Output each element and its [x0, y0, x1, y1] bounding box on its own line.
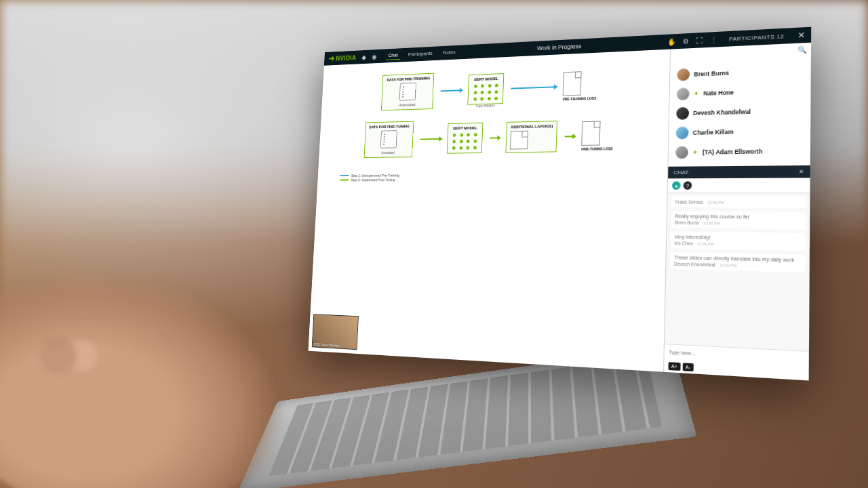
document-stack-icon — [380, 130, 397, 148]
chat-message: Really enjoying this course so far Brent… — [671, 211, 806, 229]
pretraining-row: DATA FOR PRE-TRAINING Unannotated BERT M… — [381, 66, 597, 110]
arrow-icon — [420, 138, 440, 140]
legend-swatch-blue — [340, 175, 349, 176]
finetune-loss-block: FINE-TUNING LOSS — [581, 121, 614, 151]
avatar — [676, 127, 689, 140]
gear-icon[interactable]: ⚙ — [683, 37, 689, 45]
legend-swatch-green — [340, 180, 349, 180]
chat-filter-all-icon[interactable]: ● — [672, 181, 681, 189]
font-decrease-button[interactable]: A- — [682, 363, 693, 371]
fullscreen-icon[interactable]: ⛶ — [696, 37, 704, 45]
finetuning-row: DATA FOR FINE-TUNING Annotated BERT MODE… — [363, 116, 614, 158]
bert-model-block-1: BERT MODEL Copy Weights — [468, 73, 505, 105]
status-badge-icon: ✦ — [692, 149, 698, 155]
document-icon — [563, 71, 582, 96]
additional-layers-block: ADDITIONAL LAYER(S) — [505, 121, 557, 152]
pretrain-loss-block: PRE-TRAINING LOSS — [563, 70, 597, 101]
document-stack-icon — [399, 83, 416, 101]
nvidia-icon — [329, 56, 335, 62]
arrow-icon — [511, 86, 555, 89]
arrow-icon — [490, 137, 498, 138]
diagram-legend: Step 1: Unsupervised Pre-Training Step 2… — [340, 173, 399, 182]
pretrain-data-block: DATA FOR PRE-TRAINING Unannotated — [381, 73, 434, 111]
neural-net-icon — [472, 83, 500, 102]
chat-filter-help-icon[interactable]: ? — [684, 181, 692, 190]
chat-header: CHAT ✕ — [668, 165, 810, 178]
app-window: NVIDIA ◆ ◉ Chat Participants Notes Work … — [308, 27, 811, 381]
participant-row[interactable]: Charlie Killam — [669, 120, 810, 142]
avatar — [675, 146, 688, 159]
brand-text: NVIDIA — [336, 54, 357, 62]
more-icon[interactable]: ⋮ — [710, 35, 717, 43]
body: DATA FOR PRE-TRAINING Unannotated BERT M… — [308, 43, 811, 381]
participant-row[interactable]: ✦ (TA) Adam Ellsworth — [669, 140, 810, 162]
presenter-name: (INS) Dana Sheahen — [313, 342, 340, 348]
font-increase-button[interactable]: A+ — [668, 362, 680, 371]
topbar-tabs: Chat Participants Notes — [386, 48, 458, 60]
avatar — [677, 68, 690, 81]
participants-label: PARTICIPANTS 12 — [729, 33, 784, 42]
chat-message: Frank Grimes 12:56 PM — [671, 196, 805, 208]
document-icon — [581, 121, 600, 145]
ambient-hands — [0, 258, 298, 488]
presenter-icon[interactable]: ◉ — [372, 53, 377, 60]
chat-message: These slides can directly translate into… — [671, 252, 806, 272]
layers-icon — [510, 131, 528, 150]
chat-messages: Frank Grimes 12:56 PM Really enjoying th… — [665, 193, 810, 351]
chat-close-icon[interactable]: ✕ — [799, 168, 804, 175]
presenter-video-thumbnail[interactable]: (INS) Dana Sheahen — [312, 314, 359, 350]
raise-hand-icon[interactable]: ✋ — [668, 38, 676, 46]
participant-row[interactable]: Devesh Khandelwal — [669, 100, 811, 124]
chat-filter-row: ● ? — [668, 178, 810, 193]
search-icon: 🔍 — [797, 45, 806, 54]
avatar — [676, 107, 689, 120]
participants-list: Brent Burns ✦ Nate Hone Devesh Khandelwa… — [668, 56, 810, 167]
tab-chat[interactable]: Chat — [386, 51, 401, 60]
sidebar: 🔍 Brent Burns ✦ Nate Hone Devesh Khandel… — [663, 43, 811, 381]
arrow-icon — [565, 136, 574, 137]
bert-diagram: DATA FOR PRE-TRAINING Unannotated BERT M… — [323, 63, 663, 182]
bert-model-block-2: BERT MODEL — [447, 123, 484, 154]
chat-message: Very interesting! Iris Chen 12:59 PM — [671, 231, 805, 251]
finetune-data-block: DATA FOR FINE-TUNING Annotated — [363, 121, 414, 158]
status-badge-icon: ✦ — [694, 91, 699, 96]
tab-notes[interactable]: Notes — [441, 48, 458, 58]
avatar — [677, 87, 690, 100]
brand-logo: NVIDIA — [329, 54, 357, 62]
copy-weights-label: Copy Weights — [475, 103, 494, 108]
arrow-icon — [441, 89, 461, 92]
user-icon[interactable]: ◆ — [361, 54, 366, 60]
slide-area: DATA FOR PRE-TRAINING Unannotated BERT M… — [308, 49, 670, 372]
close-icon[interactable]: ✕ — [797, 30, 805, 40]
tab-participants[interactable]: Participants — [406, 49, 435, 59]
neural-net-icon — [451, 131, 478, 150]
